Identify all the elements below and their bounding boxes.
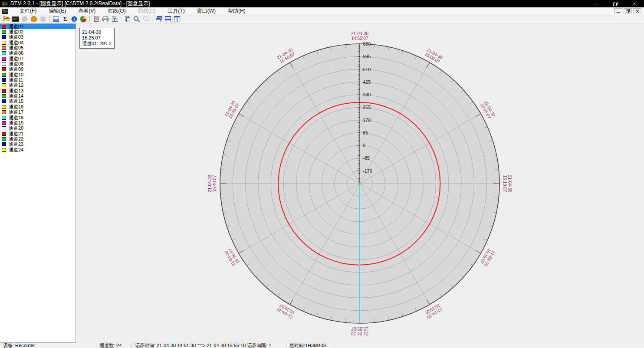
pie-chart-button[interactable] [79, 15, 88, 23]
menu-item-curve: 曲线(C) [132, 7, 162, 15]
radial-tick-label: 0 [363, 143, 365, 148]
document-icon [2, 9, 8, 14]
data-table-button[interactable] [51, 15, 60, 23]
radial-tick-label: 340 [363, 92, 371, 97]
channel-color-swatch [2, 35, 6, 39]
menu-item-tools[interactable]: 工具(T) [161, 7, 191, 15]
toolbar-separator [89, 16, 90, 22]
tile-vertical-icon [174, 16, 181, 23]
pie-chart-icon [80, 16, 87, 23]
open-file-icon [3, 16, 10, 23]
toolbar-separator [121, 16, 121, 22]
zoom-out-button [141, 15, 150, 23]
zoom-button[interactable] [132, 15, 141, 23]
channel-color-swatch [2, 148, 6, 152]
zoom-out-icon [142, 16, 149, 23]
mdi-restore-icon [626, 9, 630, 13]
channel-color-swatch [2, 62, 6, 66]
status-record-interval: 记录间隔: 1 [244, 343, 286, 348]
close-icon [632, 2, 637, 6]
radial-tick-label: 680 [363, 41, 371, 46]
copy-icon [124, 16, 131, 23]
channel-list[interactable]: 通道01通道02通道03通道04通道05通道06通道07通道08通道09通道10… [0, 23, 76, 343]
radial-tick-label: -170 [363, 168, 372, 174]
trend-chart-button[interactable] [11, 15, 20, 23]
cascade-windows-button[interactable] [154, 15, 163, 23]
menu-item-window[interactable]: 窗口(W) [191, 7, 222, 15]
close-button[interactable] [625, 0, 644, 7]
tile-horizontal-button[interactable] [163, 15, 172, 23]
time-label: 21-04-3015:10:07 [503, 175, 512, 192]
menu-item-help[interactable]: 帮助(H) [222, 7, 252, 15]
status-channel-count: 通道数: 24 [96, 343, 132, 348]
time-label: 21-04-3014:55:07 [351, 31, 368, 41]
channel-color-swatch [2, 73, 6, 77]
print-icon [102, 16, 109, 23]
record-idle-button [20, 15, 29, 23]
tile-vertical-button[interactable] [172, 15, 181, 23]
copy-button[interactable] [123, 15, 132, 23]
zoom-icon [133, 16, 140, 23]
channel-color-swatch [2, 30, 6, 34]
tile-horizontal-icon [164, 16, 171, 23]
sum-sigma-icon: Σ [62, 16, 69, 23]
channel-color-swatch [2, 78, 6, 82]
info-icon: i [71, 16, 78, 23]
menu-item-view[interactable]: 查看(V) [72, 7, 102, 15]
svg-text:i: i [73, 17, 75, 22]
record-idle-icon [21, 16, 28, 23]
radial-tick-label: 255 [363, 105, 371, 110]
open-file-button[interactable] [2, 15, 11, 23]
stop-icon [39, 16, 46, 23]
status-total-time: 总时间:1H3M40S [286, 343, 336, 348]
minimize-button[interactable] [587, 0, 606, 7]
mdi-window-controls [614, 8, 644, 14]
restore-button[interactable] [606, 0, 625, 7]
print-preview-icon [111, 16, 118, 23]
export-report-button[interactable] [92, 15, 101, 23]
print-button[interactable] [101, 15, 110, 23]
radial-tick-label: 85 [363, 130, 368, 135]
application-window: DTM 2.0.1 - [圆盘显示] [C:\DTM 2.0.2\RealDat… [0, 0, 644, 348]
menu-item-online[interactable]: 在线(O) [102, 7, 131, 15]
app-icon [2, 1, 8, 7]
record-active-button[interactable] [29, 15, 38, 23]
status-record-time: 记录时间: 21-04-30 14:51:30 ==> 21-04-30 15:… [132, 343, 244, 348]
mdi-close-button[interactable] [633, 8, 641, 14]
sum-sigma-button[interactable]: Σ [60, 15, 69, 23]
trend-chart-icon [12, 16, 19, 23]
channel-color-swatch [2, 105, 6, 109]
radial-tick-label: 510 [363, 67, 371, 72]
minimize-icon [594, 2, 598, 6]
channel-label: 通道24 [9, 147, 23, 153]
menu-item-edit[interactable]: 编辑(E) [43, 7, 72, 15]
toolbar-separator [152, 16, 152, 22]
mdi-minimize-button[interactable] [614, 8, 622, 14]
mdi-restore-button[interactable] [624, 8, 632, 14]
time-label: 21-04-3015:25:07 [351, 326, 368, 336]
channel-item-24[interactable]: 通道24 [0, 147, 76, 152]
window-title: DTM 2.0.1 - [圆盘显示] [C:\DTM 2.0.2\RealDat… [10, 0, 587, 7]
channel-color-swatch [2, 126, 6, 130]
channel-color-swatch [2, 142, 6, 146]
channel-color-swatch [2, 94, 6, 98]
toolbar: Σi [0, 15, 644, 23]
channel-color-swatch [2, 67, 6, 71]
channel-color-swatch [2, 41, 6, 45]
channel-color-swatch [2, 121, 6, 125]
disc-chart[interactable]: 680595510425340255170850-85-17021-04-301… [76, 23, 644, 343]
print-preview-button[interactable] [110, 15, 119, 23]
status-device: 设备: Recorder [0, 343, 96, 348]
channel-color-swatch [2, 89, 6, 93]
channel-color-swatch [2, 137, 6, 141]
channel-color-swatch [2, 132, 6, 136]
channel-color-swatch [2, 116, 6, 120]
channel-color-swatch [2, 46, 6, 50]
record-active-icon [30, 16, 37, 23]
status-bar: 设备: Recorder通道数: 24记录时间: 21-04-30 14:51:… [0, 343, 644, 348]
data-tooltip: 21-04-3015:25:07通道01: 291.2 [79, 28, 115, 49]
menu-item-file[interactable]: 文件(F) [13, 7, 43, 15]
info-button[interactable]: i [69, 15, 79, 23]
radial-tick-label: 170 [363, 118, 371, 123]
export-report-icon [93, 16, 100, 23]
